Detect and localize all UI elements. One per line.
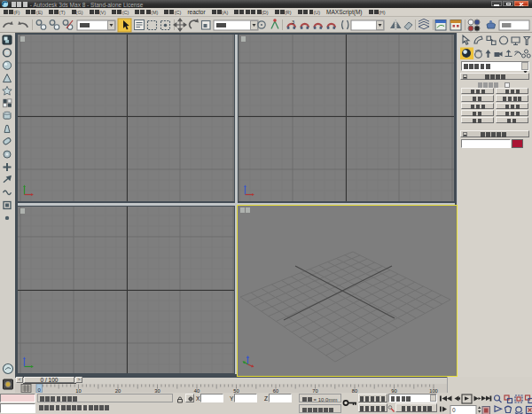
svg-text:3: 3 <box>292 20 294 25</box>
svg-text:0: 0 <box>452 407 456 413</box>
